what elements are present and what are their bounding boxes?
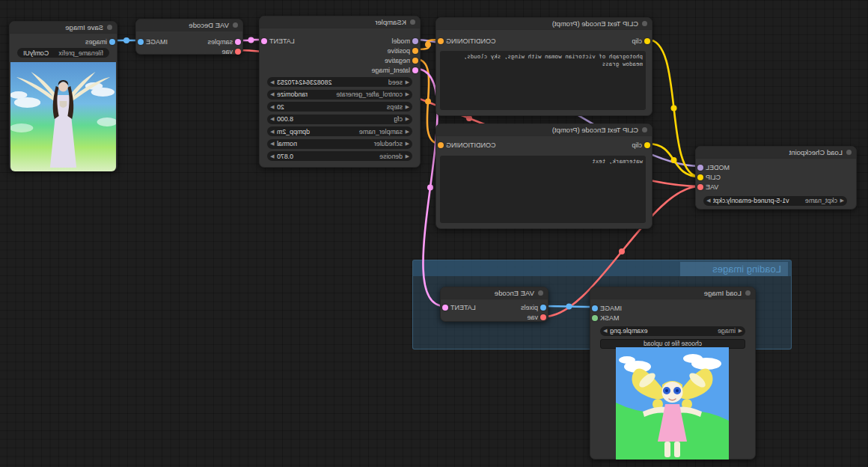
increment-arrow-icon[interactable]: ▶: [270, 104, 274, 110]
cfg-widget[interactable]: ◀ cfg 8.000 ▶: [267, 115, 412, 124]
slot-row: images: [10, 37, 117, 47]
node-load-checkpoint[interactable]: Load Checkpoint MODEL CLIP VAE ◀ ckpt_na…: [695, 146, 857, 210]
increment-arrow-icon[interactable]: ▶: [706, 198, 710, 204]
node-vae-encode[interactable]: VAE Encode pixels LATENT vae: [440, 287, 548, 322]
output-pin-vae[interactable]: [697, 184, 703, 190]
collapse-dot-icon[interactable]: [642, 127, 647, 132]
node-title: VAE Decode: [189, 21, 229, 29]
node-title-bar[interactable]: VAE Decode: [136, 19, 242, 31]
decrement-arrow-icon[interactable]: ◀: [406, 116, 409, 122]
link-midpoint-dot[interactable]: [671, 106, 677, 112]
group-header[interactable]: Loading images: [413, 260, 791, 276]
prompt-textarea[interactable]: photograph of victorian woman with wings…: [440, 51, 646, 110]
seed-widget[interactable]: ◀ seed 280823642470253 ▶: [267, 77, 412, 87]
decrement-arrow-icon[interactable]: ◀: [840, 198, 844, 204]
output-pin-latent[interactable]: [442, 305, 448, 311]
input-pin-vae[interactable]: [235, 49, 241, 55]
increment-arrow-icon[interactable]: ▶: [603, 328, 607, 334]
collapse-dot-icon[interactable]: [107, 25, 112, 30]
output-slot-label: MASK: [600, 314, 620, 322]
link-midpoint-dot[interactable]: [123, 37, 129, 43]
output-pin-conditioning[interactable]: [438, 142, 444, 148]
image-select-widget[interactable]: ◀ image example.png ▶: [600, 326, 745, 336]
link-wire-clip[interactable]: [648, 144, 700, 177]
ckpt-name-widget[interactable]: ◀ ckpt_name v1-5-pruned-emaonly.ckpt ▶: [703, 196, 847, 206]
input-pin-negative[interactable]: [412, 58, 418, 64]
decrement-arrow-icon[interactable]: ◀: [406, 141, 409, 147]
increment-arrow-icon[interactable]: ▶: [270, 141, 274, 147]
node-load-image[interactable]: Load Image IMAGE MASK ◀ image example.pn…: [590, 287, 756, 460]
output-pin-image[interactable]: [138, 39, 144, 45]
link-midpoint-dot[interactable]: [248, 37, 254, 43]
node-clip-text-encode-negative[interactable]: CLIP Text Encode (Prompt) clip CONDITION…: [435, 123, 652, 229]
decrement-arrow-icon[interactable]: ◀: [406, 91, 409, 97]
increment-arrow-icon[interactable]: ▶: [270, 91, 274, 97]
increment-arrow-icon[interactable]: ▶: [270, 116, 274, 122]
widget-label: scheduler: [374, 140, 403, 147]
input-slot-label: clip: [632, 141, 642, 149]
collapse-dot-icon[interactable]: [410, 19, 415, 25]
output-slot-label: CONDITIONING: [446, 37, 496, 45]
steps-widget[interactable]: ◀ steps 20 ▶: [267, 102, 412, 112]
link-midpoint-dot[interactable]: [425, 42, 431, 48]
link-midpoint-dot[interactable]: [425, 99, 431, 105]
link-midpoint-dot[interactable]: [466, 115, 472, 121]
output-pin-clip[interactable]: [697, 174, 703, 180]
sampler-name-widget[interactable]: ◀ sampler_name dpmpp_2m ▶: [267, 126, 412, 136]
control-after-generate-widget[interactable]: ◀ control_after_generate randomize ▶: [267, 90, 412, 100]
node-save-image[interactable]: Save Image images filename_prefix ComfyU…: [9, 21, 117, 171]
node-clip-text-encode-positive[interactable]: CLIP Text Encode (Prompt) clip CONDITION…: [435, 17, 652, 116]
widget-value: v1-5-pruned-emaonly.ckpt: [713, 197, 789, 204]
output-pin-latent[interactable]: [261, 38, 267, 44]
filename-prefix-widget[interactable]: filename_prefix ComfyUI: [17, 48, 109, 58]
link-midpoint-dot[interactable]: [427, 185, 433, 191]
node-ksampler[interactable]: KSampler model LATENT positive negative …: [259, 16, 421, 168]
widget-value: normal: [277, 140, 297, 147]
decrement-arrow-icon[interactable]: ◀: [406, 104, 409, 110]
input-pin-clip[interactable]: [644, 38, 650, 44]
increment-arrow-icon[interactable]: ▶: [270, 129, 274, 135]
slot-row: negative: [260, 56, 420, 66]
decrement-arrow-icon[interactable]: ◀: [406, 79, 409, 85]
output-slot-label: VAE: [706, 183, 718, 191]
output-pin-image[interactable]: [592, 305, 598, 311]
node-title-bar[interactable]: CLIP Text Encode (Prompt): [436, 18, 652, 30]
node-vae-decode[interactable]: VAE Decode samples IMAGE vae: [135, 19, 243, 55]
collapse-dot-icon[interactable]: [846, 150, 852, 155]
input-pin-pixels[interactable]: [540, 305, 546, 311]
node-title: VAE Encode: [495, 289, 534, 297]
denoise-widget[interactable]: ◀ denoise 0.870 ▶: [267, 151, 412, 161]
output-pin-mask[interactable]: [592, 315, 598, 321]
input-pin-clip[interactable]: [644, 142, 650, 148]
node-title-bar[interactable]: CLIP Text Encode (Prompt): [436, 124, 652, 136]
collapse-dot-icon[interactable]: [745, 290, 751, 296]
decrement-arrow-icon[interactable]: ◀: [406, 153, 409, 159]
link-midpoint-dot[interactable]: [619, 248, 625, 254]
collapse-dot-icon[interactable]: [538, 290, 543, 296]
node-title-bar[interactable]: Load Checkpoint: [696, 147, 856, 159]
link-midpoint-dot[interactable]: [671, 157, 677, 163]
node-title-bar[interactable]: VAE Encode: [441, 287, 548, 299]
node-title-bar[interactable]: KSampler: [260, 16, 420, 28]
output-pin-conditioning[interactable]: [438, 38, 444, 44]
decrement-arrow-icon[interactable]: ◀: [739, 328, 742, 334]
node-graph-canvas[interactable]: Loading images Load Checkpoint MODEL CLI…: [0, 0, 868, 467]
decrement-arrow-icon[interactable]: ◀: [406, 129, 409, 135]
link-wire-clip[interactable]: [648, 40, 700, 177]
increment-arrow-icon[interactable]: ▶: [270, 153, 274, 159]
input-slot-label: negative: [385, 57, 410, 64]
input-pin-model[interactable]: [412, 38, 418, 44]
node-title-bar[interactable]: Load Image: [590, 287, 755, 299]
node-title-bar[interactable]: Save Image: [10, 22, 117, 34]
collapse-dot-icon[interactable]: [642, 21, 647, 26]
input-pin-samples[interactable]: [235, 39, 241, 45]
input-pin-positive[interactable]: [412, 48, 418, 54]
input-pin-images[interactable]: [109, 39, 115, 45]
input-pin-vae[interactable]: [540, 314, 546, 320]
input-pin-latent-image[interactable]: [412, 67, 418, 73]
increment-arrow-icon[interactable]: ▶: [270, 79, 274, 85]
scheduler-widget[interactable]: ◀ scheduler normal ▶: [267, 139, 412, 149]
output-pin-model[interactable]: [697, 165, 703, 171]
collapse-dot-icon[interactable]: [233, 22, 238, 28]
prompt-textarea[interactable]: watermark, text: [440, 156, 646, 223]
